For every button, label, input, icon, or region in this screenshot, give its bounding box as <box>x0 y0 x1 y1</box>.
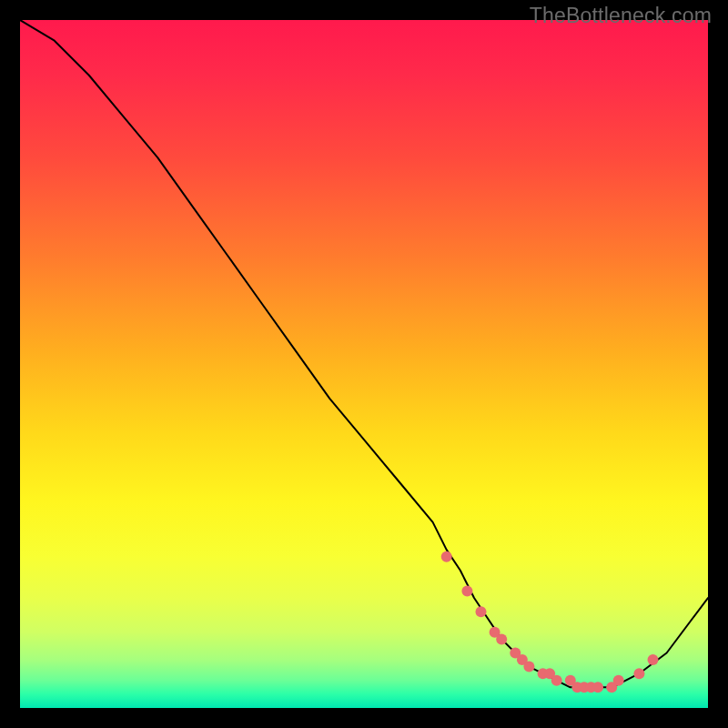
highlight-dot <box>523 662 534 672</box>
chart-stage: TheBottleneck.com <box>0 0 728 728</box>
highlight-dot <box>633 668 644 679</box>
highlight-dots-group <box>441 551 659 693</box>
chart-plot-area <box>20 20 708 708</box>
chart-svg <box>20 20 708 708</box>
highlight-dot <box>551 675 562 686</box>
highlight-dot <box>648 654 659 665</box>
highlight-dot <box>461 586 472 597</box>
watermark-text: TheBottleneck.com <box>530 4 712 28</box>
highlight-dot <box>613 675 624 686</box>
highlight-dot <box>476 606 487 617</box>
highlight-dot <box>592 682 603 693</box>
highlight-dot <box>496 633 507 644</box>
bottleneck-curve <box>20 20 708 687</box>
highlight-dot <box>441 551 452 562</box>
